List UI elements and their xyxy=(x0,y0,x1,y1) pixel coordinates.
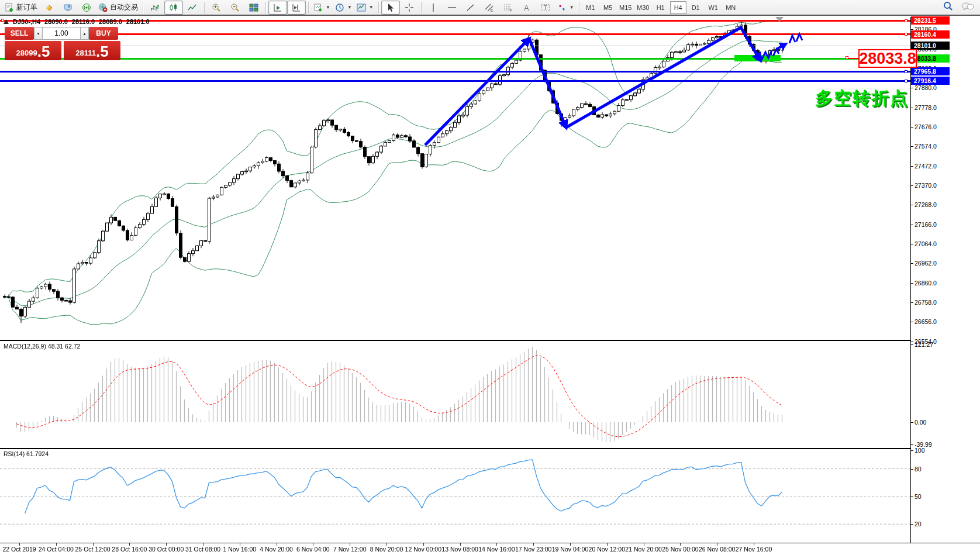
hline-resistance-2[interactable] xyxy=(0,33,910,35)
price-tick: 26962.0 xyxy=(915,260,937,267)
scroll-marker-icon[interactable] xyxy=(775,17,784,22)
green-highlight-band[interactable] xyxy=(734,55,781,61)
periodicity-caret: ▼ xyxy=(347,5,352,10)
toolbar-separator xyxy=(378,2,379,13)
signals-button[interactable] xyxy=(77,1,96,15)
auto-scroll-button[interactable] xyxy=(268,1,287,15)
bar-chart-icon xyxy=(150,3,160,12)
macd-axis-label: 0.00 xyxy=(915,419,926,426)
window-menu-icon[interactable] xyxy=(4,19,9,24)
text-tool-button[interactable]: A xyxy=(517,1,536,15)
time-label: 31 Oct 08:00 xyxy=(185,546,220,553)
text-label-tool-button[interactable]: T xyxy=(536,1,555,15)
toolbar-separator xyxy=(204,2,205,13)
one-click-trading-panel: SELL ▼ 1.00 ▲ BUY 28099.5 28111.5 xyxy=(5,27,122,60)
arrows-icon xyxy=(557,3,567,12)
hline-support-1[interactable] xyxy=(0,71,910,73)
price-callout-box[interactable]: 28033.8 xyxy=(858,49,917,68)
search-icon[interactable] xyxy=(943,1,953,11)
equidistant-channel-tool-button[interactable]: E xyxy=(480,1,499,15)
volume-down-button[interactable]: ▼ xyxy=(34,27,43,40)
timeframe-h4[interactable]: H4 xyxy=(670,1,686,14)
timeframe-w1[interactable]: W1 xyxy=(705,1,722,14)
chart-shift-button[interactable] xyxy=(287,1,306,15)
trendline-tool-button[interactable] xyxy=(461,1,480,15)
sell-price-box[interactable]: 28099.5 xyxy=(5,41,61,60)
time-tick xyxy=(56,543,57,546)
time-tick xyxy=(717,543,717,546)
zoom-in-button[interactable] xyxy=(207,1,226,15)
price-label-27965.8: 27965.8 xyxy=(911,67,950,75)
time-tick xyxy=(166,543,167,546)
volume-input[interactable]: 1.00 xyxy=(43,27,80,40)
time-label: 20 Nov 12:00 xyxy=(589,546,625,553)
ohlc-open: 28090.0 xyxy=(44,18,68,25)
vertical-line-icon xyxy=(429,3,438,12)
time-axis[interactable]: 22 Oct 201924 Oct 04:0025 Oct 12:0028 Oc… xyxy=(0,543,980,555)
volume-up-button[interactable]: ▲ xyxy=(80,27,89,40)
arrows-tool-button[interactable]: ▼ xyxy=(555,1,577,15)
profiles-caret: ▼ xyxy=(369,5,374,10)
panel-separator[interactable] xyxy=(0,340,980,341)
time-tick xyxy=(680,543,681,546)
buy-price-box[interactable]: 28111.5 xyxy=(64,41,120,60)
time-label: 27 Nov 16:00 xyxy=(736,546,772,553)
new-chart-button[interactable]: ▼ xyxy=(311,1,333,15)
time-tick xyxy=(460,543,461,546)
vertical-line-tool-button[interactable] xyxy=(424,1,443,15)
line-handle[interactable] xyxy=(905,19,907,22)
time-label: 1 Nov 16:00 xyxy=(223,546,256,553)
time-label: 22 Oct 2019 xyxy=(2,546,36,553)
line-handle[interactable] xyxy=(905,80,907,82)
profiles-button[interactable]: ▼ xyxy=(354,1,376,15)
tile-windows-button[interactable] xyxy=(244,1,263,15)
chat-icon[interactable] xyxy=(961,2,974,11)
toolbar-separator xyxy=(308,2,309,13)
zoom-out-button[interactable] xyxy=(226,1,244,15)
hline-support-2[interactable] xyxy=(0,80,910,82)
chinese-annotation[interactable]: 多空转折点 xyxy=(800,87,909,111)
timeframe-mn[interactable]: MN xyxy=(723,1,739,14)
line-handle[interactable] xyxy=(905,33,907,36)
rsi-axis-label: 20 xyxy=(915,520,922,528)
line-handle[interactable] xyxy=(905,70,907,73)
timeframe-m15[interactable]: M15 xyxy=(617,1,634,14)
new-order-button[interactable]: 新订单 xyxy=(2,1,40,15)
new-chart-caret: ▼ xyxy=(326,5,330,10)
new-order-icon xyxy=(5,3,14,12)
hline-bid-line[interactable] xyxy=(0,46,910,46)
price-axis[interactable]: 28186.028084.027982.027880.027778.027676… xyxy=(910,17,980,555)
market-button[interactable] xyxy=(40,1,58,15)
signals-icon xyxy=(82,3,91,12)
cursor-icon xyxy=(386,3,395,12)
timeframe-m1[interactable]: M1 xyxy=(582,1,599,14)
toolbar-right-group xyxy=(943,1,974,11)
time-label: 25 Nov 00:00 xyxy=(662,546,698,553)
tile-windows-icon xyxy=(249,3,258,12)
clock-icon xyxy=(335,3,344,12)
periodicity-button[interactable]: ▼ xyxy=(333,1,354,15)
time-label: 17 Nov 23:00 xyxy=(515,546,551,553)
timeframe-d1[interactable]: D1 xyxy=(688,1,704,14)
panel-separator[interactable] xyxy=(0,448,980,449)
auto-scroll-icon xyxy=(273,3,282,12)
time-tick xyxy=(423,543,424,546)
fibonacci-tool-button[interactable]: F xyxy=(499,1,517,15)
vps-icon xyxy=(63,3,73,12)
timeframe-m5[interactable]: M5 xyxy=(600,1,616,14)
chart-profile-icon xyxy=(357,3,366,12)
bar-chart-button[interactable] xyxy=(146,1,164,15)
sell-button[interactable]: SELL xyxy=(5,27,34,40)
line-chart-button[interactable] xyxy=(183,1,202,15)
trendline-icon xyxy=(466,3,475,12)
cursor-tool-button[interactable] xyxy=(381,1,400,15)
candlestick-chart-button[interactable] xyxy=(164,1,183,15)
timeframe-h1[interactable]: H1 xyxy=(653,1,669,14)
vps-button[interactable] xyxy=(58,1,77,15)
time-tick xyxy=(350,543,350,546)
autotrading-button[interactable]: 自动交易 xyxy=(96,1,140,15)
timeframe-m30[interactable]: M30 xyxy=(635,1,651,14)
horizontal-line-tool-button[interactable] xyxy=(443,1,461,15)
buy-button[interactable]: BUY xyxy=(89,27,118,40)
crosshair-tool-button[interactable] xyxy=(400,1,419,15)
